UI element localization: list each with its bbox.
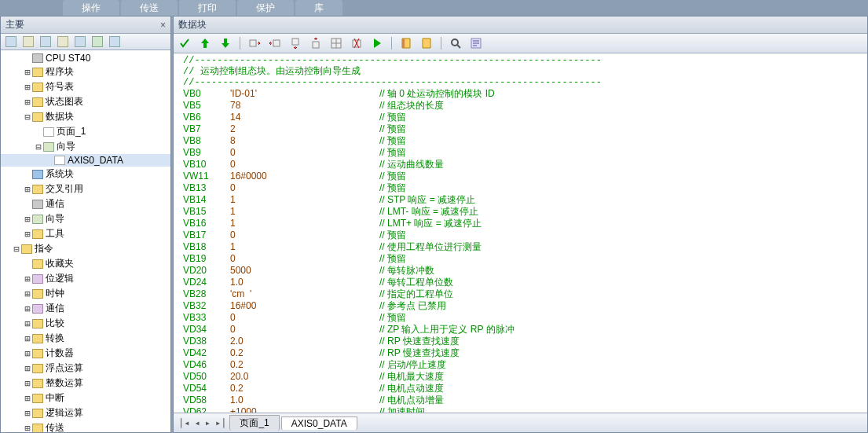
tree-item[interactable]: ⊞符号表: [1, 79, 170, 94]
toolbar-icon[interactable]: [92, 36, 103, 47]
tree-item[interactable]: ⊞工具: [1, 226, 170, 241]
find-icon[interactable]: [449, 37, 462, 50]
book2-icon[interactable]: [420, 37, 433, 50]
code-pane: 数据块 //----------------------------------…: [173, 16, 868, 433]
tree-twisty[interactable]: ⊞: [23, 97, 32, 108]
top-tab-bar: 操作 传送 打印 保护 库: [0, 0, 868, 16]
toolbar-icon[interactable]: [5, 36, 16, 47]
toolbar-icon[interactable]: [57, 36, 68, 47]
toolbar-icon[interactable]: [75, 36, 86, 47]
book-icon[interactable]: [400, 37, 412, 50]
props-icon[interactable]: [470, 37, 482, 50]
tree-item[interactable]: ⊞程序块: [1, 64, 170, 79]
code-editor[interactable]: //--------------------------------------…: [174, 53, 867, 413]
toolbar-icon[interactable]: [40, 36, 51, 47]
code-line: VB614// 预留: [183, 112, 867, 123]
tree-twisty[interactable]: ⊞: [23, 303, 32, 314]
insert-bottom-icon[interactable]: [309, 37, 322, 50]
tree-twisty[interactable]: ⊞: [23, 229, 32, 240]
tree-twisty[interactable]: ⊞: [23, 393, 32, 404]
tree-item[interactable]: ⊞通信: [1, 301, 170, 316]
tree-twisty[interactable]: ⊞: [23, 408, 32, 419]
top-tab[interactable]: 操作: [63, 0, 119, 16]
doc-tab[interactable]: 页面_1: [229, 415, 279, 431]
folder-icon: [32, 68, 43, 77]
insert-right-icon[interactable]: [269, 37, 281, 50]
tree-twisty[interactable]: ⊞: [23, 318, 32, 329]
doc-tab-active[interactable]: AXIS0_DATA: [281, 416, 357, 430]
down-icon[interactable]: [219, 37, 232, 50]
tree-item[interactable]: ⊞向导: [1, 211, 170, 226]
insert-left-icon[interactable]: [248, 37, 261, 50]
tree-item[interactable]: CPU ST40: [1, 52, 170, 64]
code-line: VB130// 预留: [183, 182, 867, 194]
insert-top-icon[interactable]: [289, 37, 302, 50]
folder-icon: [21, 244, 32, 254]
code-line: //--------------------------------------…: [183, 55, 867, 66]
tree-item[interactable]: ⊞逻辑运算: [1, 405, 170, 420]
tree-twisty[interactable]: ⊞: [23, 273, 32, 284]
tree-twisty[interactable]: [23, 259, 32, 270]
tree-item[interactable]: ⊞计数器: [1, 346, 170, 361]
code-line: VW1116#0000// 预留: [183, 171, 867, 182]
run-icon[interactable]: [371, 37, 383, 50]
close-icon[interactable]: ×: [160, 20, 166, 31]
tree-item[interactable]: ⊞时钟: [1, 286, 170, 301]
tree-twisty[interactable]: [34, 127, 43, 138]
code-title-bar: 数据块: [174, 17, 867, 34]
tree-twisty[interactable]: ⊟: [34, 141, 43, 152]
tree-item[interactable]: ⊞浮点运算: [1, 361, 170, 376]
tree-twisty[interactable]: ⊞: [23, 82, 32, 93]
tree-item[interactable]: ⊞传送: [1, 420, 170, 432]
tree-item[interactable]: ⊟向导: [1, 139, 170, 154]
tree-twisty[interactable]: ⊞: [23, 423, 32, 433]
tree-item[interactable]: 系统块: [1, 167, 170, 182]
tree-item[interactable]: ⊞交叉引用: [1, 182, 170, 196]
tree-label: 计数器: [46, 347, 74, 360]
tree-twisty[interactable]: ⊞: [23, 348, 32, 359]
tree-item[interactable]: ⊟数据块: [1, 109, 170, 124]
toolbar-icon[interactable]: [23, 36, 34, 47]
tree-twisty[interactable]: ⊟: [12, 244, 21, 255]
tree-item[interactable]: ⊞位逻辑: [1, 271, 170, 286]
tree-twisty[interactable]: ⊞: [23, 378, 32, 389]
tree-twisty[interactable]: ⊞: [23, 333, 32, 344]
tree-item[interactable]: ⊞状态图表: [1, 94, 170, 109]
tree-twisty[interactable]: ⊟: [23, 112, 32, 123]
tree-twisty[interactable]: [45, 155, 54, 166]
last-tab-icon[interactable]: ▸|: [214, 417, 228, 428]
top-tab[interactable]: 保护: [237, 0, 294, 16]
tree-twisty[interactable]: [23, 53, 32, 64]
tree-twisty[interactable]: ⊞: [23, 214, 32, 225]
tree-item[interactable]: ⊞整数运算: [1, 376, 170, 391]
tree-twisty[interactable]: ⊞: [23, 363, 32, 374]
project-tree[interactable]: CPU ST40⊞程序块⊞符号表⊞状态图表⊟数据块 页面_1⊟向导 AXIS0_…: [1, 50, 170, 432]
tree-item[interactable]: ⊞中断: [1, 391, 170, 405]
top-tab[interactable]: 库: [295, 0, 342, 16]
code-line: VB72// 预留: [183, 123, 867, 135]
tree-label: 指令: [35, 242, 53, 255]
toolbar-icon[interactable]: [109, 36, 120, 47]
tree-item[interactable]: AXIS0_DATA: [1, 154, 170, 167]
tree-item[interactable]: 通信: [1, 196, 170, 211]
tree-item[interactable]: ⊞转换: [1, 331, 170, 346]
tree-item[interactable]: ⊞比较: [1, 316, 170, 331]
first-tab-icon[interactable]: |◂: [177, 417, 191, 428]
next-tab-icon[interactable]: ▸: [203, 417, 212, 428]
tree-item[interactable]: 页面_1: [1, 124, 170, 139]
top-tab[interactable]: 传送: [121, 0, 178, 16]
up-icon[interactable]: [199, 37, 211, 50]
tree-label: CPU ST40: [46, 53, 90, 64]
apply-icon[interactable]: [178, 37, 191, 50]
tree-twisty[interactable]: ⊞: [23, 67, 32, 78]
delete-icon[interactable]: [350, 37, 363, 50]
tree-twisty[interactable]: [23, 199, 32, 210]
tree-twisty[interactable]: [23, 169, 32, 180]
insert-grid-icon[interactable]: [330, 37, 342, 50]
top-tab[interactable]: 打印: [179, 0, 236, 16]
tree-item[interactable]: 收藏夹: [1, 256, 170, 271]
prev-tab-icon[interactable]: ◂: [192, 417, 201, 428]
tree-twisty[interactable]: ⊞: [23, 288, 32, 299]
tree-item[interactable]: ⊟指令: [1, 241, 170, 256]
tree-twisty[interactable]: ⊞: [23, 184, 32, 195]
